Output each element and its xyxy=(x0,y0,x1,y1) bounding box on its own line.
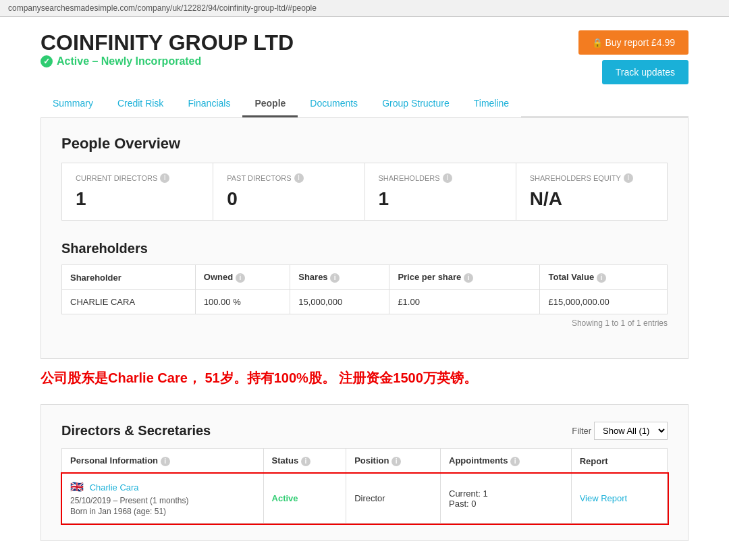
cell-total-value: £15,000,000.00 xyxy=(540,290,668,314)
stat-value-shareholders: 1 xyxy=(379,188,502,210)
current-appointments: Current: 1 xyxy=(449,488,563,499)
content-card: People Overview CURRENT DIRECTORS i 1 PA… xyxy=(40,117,688,359)
directors-header: Directors & Secretaries Filter Show All … xyxy=(61,422,668,440)
tab-summary[interactable]: Summary xyxy=(40,91,105,117)
people-overview-section: People Overview CURRENT DIRECTORS i 1 PA… xyxy=(61,135,668,221)
col-shares: Shares i xyxy=(290,265,389,290)
col-personal-info: Personal Information i xyxy=(62,449,264,474)
person-name-link[interactable]: Charlie Cara xyxy=(90,482,139,493)
col-total-value: Total Value i xyxy=(540,265,668,290)
col-appointments: Appointments i xyxy=(441,449,572,474)
tab-financials[interactable]: Financials xyxy=(176,91,242,117)
stat-past-directors: PAST DIRECTORS i 0 xyxy=(213,163,364,220)
stat-value-shareholders-equity: N/A xyxy=(530,188,653,210)
overview-stats: CURRENT DIRECTORS i 1 PAST DIRECTORS i 0… xyxy=(61,163,668,221)
info-icon-appointments[interactable]: i xyxy=(510,457,520,466)
cell-owned: 100.00 % xyxy=(195,290,290,314)
info-icon-status[interactable]: i xyxy=(301,457,310,466)
cell-position: Director xyxy=(346,474,441,524)
cell-personal-info: 🇬🇧 Charlie Cara 25/10/2019 – Present (1 … xyxy=(62,474,264,524)
navigation-tabs: Summary Credit Risk Financials People Do… xyxy=(40,91,688,117)
past-appointments: Past: 0 xyxy=(449,499,563,509)
date-range: 25/10/2019 – Present (1 months) xyxy=(70,496,255,505)
col-owned: Owned i xyxy=(195,265,290,290)
url-text: companysearchesmadesimple.com/company/uk… xyxy=(8,3,317,13)
tab-credit-risk[interactable]: Credit Risk xyxy=(105,91,176,117)
info-icon-shares[interactable]: i xyxy=(330,273,340,283)
tab-people[interactable]: People xyxy=(242,91,298,117)
tab-documents[interactable]: Documents xyxy=(298,91,370,117)
company-title: COINFINITY GROUP LTD xyxy=(40,30,294,55)
info-icon-past-directors[interactable]: i xyxy=(294,173,304,183)
cell-shareholder-name: CHARLIE CARA xyxy=(62,290,196,314)
header-buttons: Buy report £4.99 Track updates xyxy=(578,30,688,84)
info-icon-total-value[interactable]: i xyxy=(597,273,606,283)
showing-text: Showing 1 to 1 of 1 entries xyxy=(61,318,668,328)
status-text: Active – Newly Incorporated xyxy=(57,55,201,67)
col-status: Status i xyxy=(263,449,346,474)
cell-shares: 15,000,000 xyxy=(290,290,389,314)
tab-timeline[interactable]: Timeline xyxy=(462,91,521,117)
stat-shareholders-equity: SHAREHOLDERS EQUITY i N/A xyxy=(516,163,667,220)
shareholders-title: Shareholders xyxy=(61,241,668,256)
filter-label: Filter xyxy=(572,426,591,436)
stat-current-directors: CURRENT DIRECTORS i 1 xyxy=(62,163,213,220)
browser-bar: companysearchesmadesimple.com/company/uk… xyxy=(0,0,729,17)
info-icon-shareholders-equity[interactable]: i xyxy=(624,173,633,183)
cell-price-per-share: £1.00 xyxy=(389,290,540,314)
directors-table-header: Personal Information i Status i Position… xyxy=(62,449,668,474)
company-status: ✓ Active – Newly Incorporated xyxy=(40,55,294,67)
col-shareholder: Shareholder xyxy=(62,265,196,290)
stat-shareholders: SHAREHOLDERS i 1 xyxy=(365,163,516,220)
col-position: Position i xyxy=(346,449,441,474)
table-row: 🇬🇧 Charlie Cara 25/10/2019 – Present (1 … xyxy=(62,474,668,524)
info-icon-current-directors[interactable]: i xyxy=(160,173,169,183)
people-overview-title: People Overview xyxy=(61,135,668,152)
directors-table: Personal Information i Status i Position… xyxy=(61,448,668,524)
track-updates-button[interactable]: Track updates xyxy=(602,60,688,84)
filter-select[interactable]: Show All (1) xyxy=(594,422,668,440)
shareholders-table: Shareholder Owned i Shares i Price per s… xyxy=(61,264,668,314)
view-report-link[interactable]: View Report xyxy=(580,493,628,503)
lock-icon xyxy=(592,37,605,48)
born-info: Born in Jan 1968 (age: 51) xyxy=(70,507,255,516)
info-icon-shareholders[interactable]: i xyxy=(443,173,452,183)
uk-flag-icon: 🇬🇧 xyxy=(70,480,84,493)
chinese-annotation: 公司股东是Charlie Care， 51岁。持有100%股。 注册资金1500… xyxy=(40,366,688,391)
directors-section: Directors & Secretaries Filter Show All … xyxy=(40,404,688,541)
stat-label-past-directors: PAST DIRECTORS xyxy=(227,174,291,182)
cell-appointments: Current: 1 Past: 0 xyxy=(441,474,572,524)
status-check-icon: ✓ xyxy=(40,55,53,67)
stat-label-shareholders-equity: SHAREHOLDERS EQUITY xyxy=(530,174,621,182)
stat-label-shareholders: SHAREHOLDERS xyxy=(379,174,440,182)
buy-report-button[interactable]: Buy report £4.99 xyxy=(578,30,688,55)
info-icon-price-per-share[interactable]: i xyxy=(464,273,473,283)
stat-value-current-directors: 1 xyxy=(76,188,199,210)
tab-group-structure[interactable]: Group Structure xyxy=(370,91,462,117)
stat-label-current-directors: CURRENT DIRECTORS xyxy=(76,174,157,182)
shareholders-table-header: Shareholder Owned i Shares i Price per s… xyxy=(62,265,668,290)
page-header: COINFINITY GROUP LTD ✓ Active – Newly In… xyxy=(40,30,688,84)
col-price-per-share: Price per share i xyxy=(389,265,540,290)
col-report: Report xyxy=(571,449,667,474)
info-icon-owned[interactable]: i xyxy=(236,273,245,283)
active-status: Active xyxy=(272,493,298,503)
directors-title: Directors & Secretaries xyxy=(61,423,211,439)
filter-container: Filter Show All (1) xyxy=(572,422,668,440)
info-icon-position[interactable]: i xyxy=(392,457,401,466)
stat-value-past-directors: 0 xyxy=(227,188,350,210)
shareholders-section: Shareholders Shareholder Owned i Shares xyxy=(61,241,668,328)
cell-report: View Report xyxy=(571,474,667,524)
info-icon-personal-info[interactable]: i xyxy=(161,457,170,466)
cell-status: Active xyxy=(263,474,346,524)
table-row: CHARLIE CARA 100.00 % 15,000,000 £1.00 £… xyxy=(62,290,668,314)
